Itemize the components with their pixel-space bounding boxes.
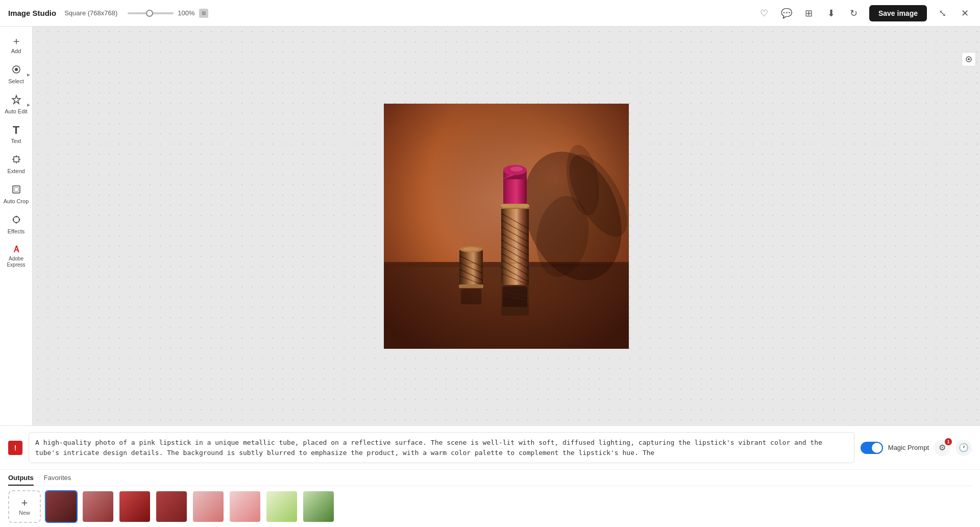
panel-toggle-button[interactable] [962,52,976,66]
thumbnail-1[interactable] [45,490,78,523]
svg-rect-8 [13,186,20,193]
magic-prompt-toggle[interactable] [861,442,883,454]
svg-point-60 [968,58,970,60]
sidebar-item-label-extend: Extend [7,168,24,174]
layout-button[interactable]: ⊞ [802,6,816,20]
toggle-knob [872,443,882,453]
zoom-percent: 100% [178,9,194,17]
svg-rect-55 [461,289,481,304]
svg-point-12 [15,222,17,224]
sidebar-item-label-select: Select [8,78,24,84]
svg-rect-9 [14,187,18,191]
magic-settings-button[interactable]: ⚙ 1 [934,440,950,456]
svg-rect-54 [459,284,483,288]
main-area: ＋ Add Select ▶ Auto Edit ▶ T [0,27,980,425]
sidebar-item-label-text: Text [11,138,21,144]
app-title: Image Studio [8,9,56,17]
favorite-button[interactable]: ♡ [757,6,771,20]
refresh-button[interactable]: ↻ [847,6,861,20]
settings-badge: 1 [945,438,952,445]
minimize-button[interactable]: ⤡ [935,6,949,20]
svg-rect-44 [503,286,527,307]
add-icon: ＋ [11,36,21,46]
text-icon: T [13,125,19,136]
thumbnail-3[interactable] [118,490,151,523]
bottom-panel: ! Magic Prompt ⚙ 1 🕐 Outputs Favorites [0,425,980,527]
close-button[interactable]: ✕ [958,6,972,20]
sidebar-item-label-effects: Effects [8,228,24,234]
app-header: Image Studio Square (768x768) 100% ⊞ ♡ 💬… [0,0,980,27]
save-image-button[interactable]: Save image [869,5,927,21]
svg-point-13 [12,219,14,221]
svg-marker-2 [12,95,20,104]
zoom-control[interactable]: 100% ⊞ [128,9,208,18]
auto-crop-icon [11,184,21,196]
left-sidebar: ＋ Add Select ▶ Auto Edit ▶ T [0,27,33,425]
svg-rect-3 [14,157,19,162]
svg-point-10 [13,217,19,223]
svg-point-11 [15,216,17,218]
comment-button[interactable]: 💬 [779,6,794,20]
extend-icon [11,154,21,166]
history-button[interactable]: 🕐 [955,440,972,456]
sidebar-item-text[interactable]: T Text [0,119,32,149]
outputs-tabs: Outputs Favorites [8,474,972,486]
header-actions: ♡ 💬 ⊞ ⬇ ↻ Save image ⤡ ✕ [757,5,972,21]
format-label: Square (768x768) [64,9,117,17]
effects-icon [11,214,21,226]
sidebar-item-extend[interactable]: Extend [0,149,32,179]
auto-edit-arrow-icon: ▶ [27,102,30,107]
svg-point-53 [463,247,479,251]
auto-edit-icon [11,94,21,106]
prompt-error-icon: ! [8,441,22,455]
sidebar-item-label-auto-edit: Auto Edit [5,108,28,114]
thumbnail-2[interactable] [82,490,114,523]
zoom-thumb[interactable] [146,10,153,17]
prompt-input[interactable] [29,432,854,463]
thumbnail-5[interactable] [192,490,225,523]
select-arrow-icon: ▶ [27,72,30,77]
tab-favorites[interactable]: Favorites [44,474,71,486]
adobe-express-icon: Ａ [12,245,21,254]
tab-outputs[interactable]: Outputs [8,474,34,486]
svg-point-14 [18,219,20,221]
outputs-area: Outputs Favorites + New [0,470,980,527]
new-output-button[interactable]: + New [8,490,41,523]
magic-prompt-label: Magic Prompt [888,444,929,451]
sidebar-item-select[interactable]: Select ▶ [0,59,32,89]
prompt-area: ! Magic Prompt ⚙ 1 🕐 [0,426,980,470]
sidebar-item-auto-edit[interactable]: Auto Edit ▶ [0,89,32,119]
canvas-image[interactable] [384,104,629,349]
zoom-slider[interactable] [128,12,174,14]
sidebar-item-adobe-express[interactable]: Ａ AdobeExpress [0,239,32,273]
outputs-grid: + New [8,490,972,523]
thumbnail-7[interactable] [265,490,298,523]
svg-rect-42 [502,204,528,208]
sidebar-item-label-auto-crop: Auto Crop [4,198,29,204]
thumbnail-4[interactable] [155,490,188,523]
thumbnail-6[interactable] [229,490,261,523]
sidebar-item-label-adobe-express: AdobeExpress [7,256,25,268]
canvas-area [33,27,980,425]
svg-point-1 [15,68,18,71]
thumbnail-8[interactable] [302,490,335,523]
select-icon [11,64,21,76]
sidebar-item-label-add: Add [11,48,21,54]
sidebar-item-add[interactable]: ＋ Add [0,31,32,59]
download-button[interactable]: ⬇ [824,6,839,20]
new-label: New [19,510,30,516]
magic-prompt-area: Magic Prompt ⚙ 1 🕐 [861,440,972,456]
zoom-fit-icon[interactable]: ⊞ [199,9,208,18]
sidebar-item-effects[interactable]: Effects [0,209,32,239]
plus-icon: + [21,497,28,509]
svg-point-41 [510,166,523,172]
sidebar-item-auto-crop[interactable]: Auto Crop [0,179,32,209]
